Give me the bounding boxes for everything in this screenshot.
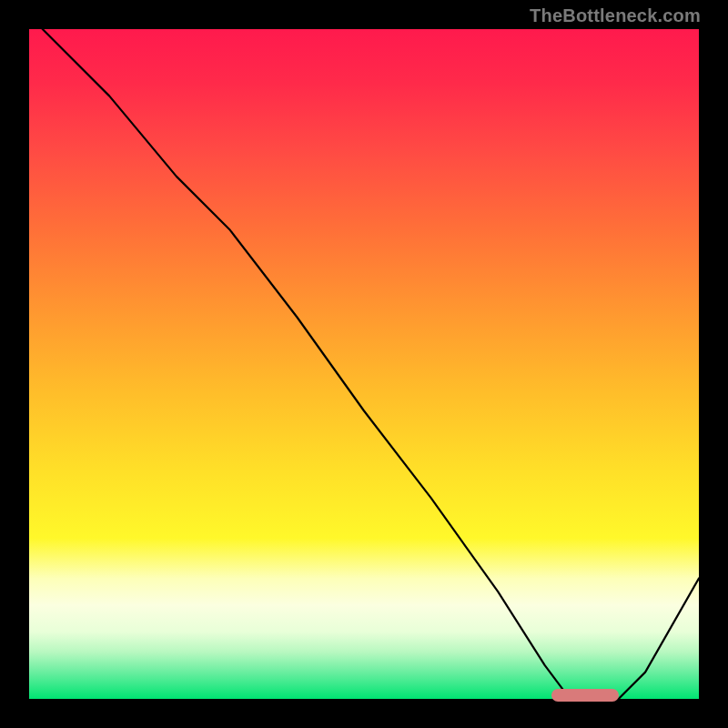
optimal-marker: [551, 689, 619, 702]
plot-area: [29, 29, 699, 699]
curve-svg: [29, 29, 699, 699]
chart-frame: TheBottleneck.com: [0, 0, 728, 728]
line-series: [43, 29, 699, 699]
watermark-text: TheBottleneck.com: [530, 5, 701, 26]
